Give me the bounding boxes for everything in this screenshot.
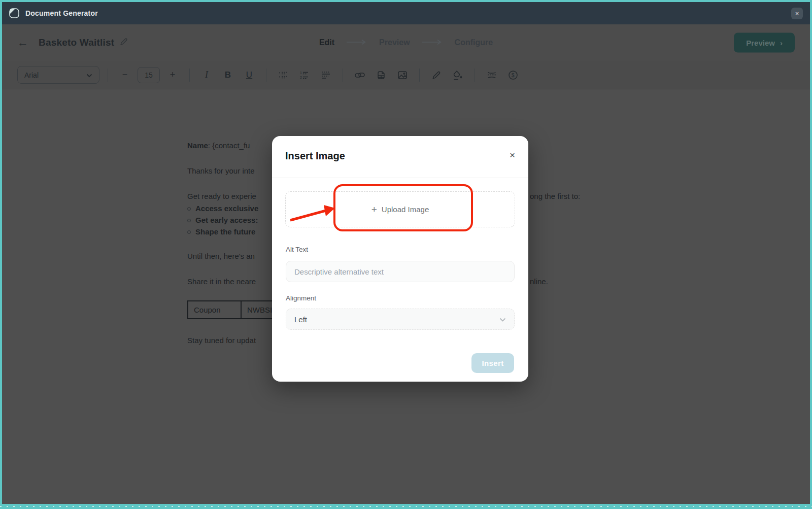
modal-divider	[272, 178, 528, 178]
step-edit[interactable]: Edit	[319, 38, 334, 47]
toolbar-divider	[108, 69, 108, 82]
bullet-icon	[187, 230, 191, 234]
insert-image-icon[interactable]	[394, 66, 411, 84]
titlebar: Document Generator ×	[2, 2, 810, 24]
doc-line-continuation: nline.	[530, 276, 548, 287]
font-size-decrease-button[interactable]: −	[116, 66, 133, 84]
svg-text:$: $	[512, 72, 515, 78]
underline-button[interactable]: U	[241, 66, 258, 84]
toolbar-divider	[419, 69, 420, 82]
modal-close-icon[interactable]: ×	[510, 150, 515, 160]
doc-bullet-item: Access exclusive	[187, 203, 258, 214]
edit-pencil-icon[interactable]	[428, 66, 445, 84]
document-title: Basketo Waitlist	[39, 37, 114, 48]
toolbar-divider	[343, 69, 343, 82]
screen-frame-bottom	[0, 504, 812, 509]
bullet-list-icon[interactable]	[275, 66, 292, 84]
doc-line-continuation: ong the first to:	[530, 191, 580, 202]
upload-image-label: Upload Image	[382, 205, 429, 214]
chevron-down-icon	[86, 71, 92, 80]
doc-bullet-item: Get early access:	[187, 215, 258, 226]
step-preview[interactable]: Preview	[379, 38, 410, 47]
modal-header: Insert Image ×	[272, 136, 528, 178]
step-arrow-icon	[346, 38, 368, 47]
rename-pencil-icon[interactable]	[119, 37, 128, 48]
insert-image-modal: Insert Image × + Upload Image Alt Text A…	[272, 136, 528, 382]
header: ← Basketo Waitlist Edit Preview Configur…	[2, 24, 810, 61]
doc-line: Share it in the neare	[187, 276, 256, 287]
bold-button[interactable]: B	[219, 66, 236, 84]
upload-image-dropzone[interactable]: + Upload Image	[285, 191, 515, 227]
svg-text:1: 1	[300, 71, 302, 74]
back-arrow-icon[interactable]: ←	[17, 37, 28, 48]
toolbar-divider	[266, 69, 266, 82]
chevron-down-icon	[499, 315, 506, 324]
font-size-input[interactable]	[138, 67, 160, 83]
insert-button[interactable]: Insert	[471, 353, 514, 373]
fill-color-icon[interactable]	[449, 66, 466, 84]
app-title: Document Generator	[25, 9, 98, 17]
bullet-icon	[187, 207, 191, 211]
italic-button[interactable]: I	[198, 66, 215, 84]
alt-text-input[interactable]	[286, 261, 515, 282]
preview-button[interactable]: Preview ›	[734, 33, 795, 53]
formatting-toolbar: Arial − + I B U 1 2	[2, 61, 810, 89]
window-close-icon[interactable]: ×	[791, 8, 803, 19]
doc-line: Stay tuned for updat	[187, 335, 256, 346]
alignment-select[interactable]: Left	[286, 309, 515, 330]
font-size-increase-button[interactable]: +	[164, 66, 181, 84]
currency-dollar-icon[interactable]: $	[504, 66, 522, 84]
step-configure[interactable]: Configure	[455, 38, 493, 47]
page-break-icon[interactable]	[483, 66, 500, 84]
align-left-icon[interactable]	[317, 66, 334, 84]
doc-line: Get ready to experie	[187, 191, 256, 202]
toolbar-divider	[475, 69, 475, 82]
step-arrow-icon	[421, 38, 444, 47]
alt-text-label: Alt Text	[286, 246, 308, 253]
doc-bullet-item: Shape the future	[187, 226, 255, 237]
toolbar-divider	[189, 69, 190, 82]
doc-line: Until then, here's an	[187, 251, 255, 262]
app-window: Document Generator × ← Basketo Waitlist …	[2, 2, 810, 504]
modal-title: Insert Image	[285, 150, 345, 162]
insert-table-icon[interactable]	[373, 66, 390, 84]
alignment-selected-value: Left	[294, 315, 307, 324]
wizard-steps: Edit Preview Configure	[319, 38, 493, 47]
doc-line: Thanks for your inte	[187, 165, 255, 177]
font-family-select[interactable]: Arial	[17, 66, 99, 84]
svg-text:2: 2	[300, 75, 302, 79]
alignment-label: Alignment	[286, 294, 316, 302]
app-logo-icon	[8, 7, 20, 19]
doc-line-name: Name: {contact_fu	[187, 140, 250, 151]
link-icon[interactable]	[351, 66, 368, 84]
numbered-list-icon[interactable]: 1 2	[296, 66, 313, 84]
plus-icon: +	[371, 204, 377, 215]
table-cell-coupon: Coupon	[188, 301, 241, 319]
bullet-icon	[187, 219, 191, 222]
chevron-right-icon: ›	[780, 39, 783, 47]
